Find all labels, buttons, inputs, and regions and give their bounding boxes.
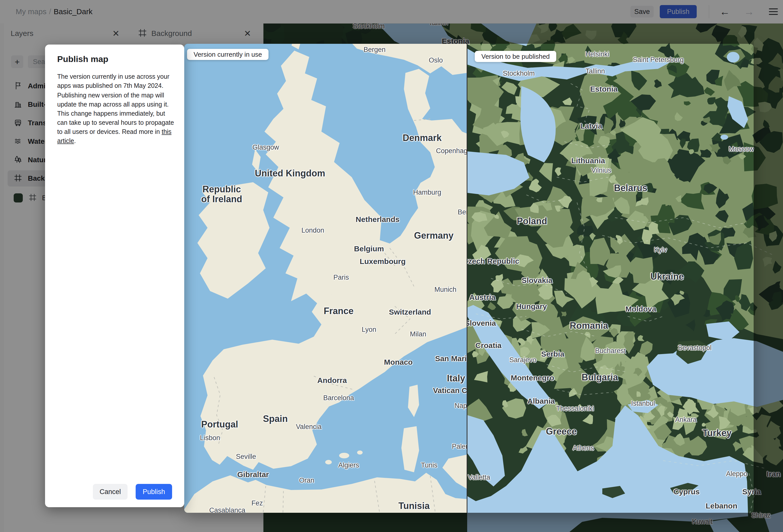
compare-swipe-divider[interactable] <box>467 44 467 513</box>
light-map-preview[interactable]: BergenOsloGlasgowDenmarkCopenhagenUnited… <box>184 44 467 513</box>
modal-title: Publish map <box>57 54 108 64</box>
publish-button-modal[interactable]: Publish <box>136 484 172 500</box>
current-version-badge: Version currently in use <box>187 49 269 60</box>
modal-paragraph-2-period: . <box>74 137 76 144</box>
publish-map-modal: Publish map The version currently in use… <box>45 44 184 507</box>
modal-paragraph-2-text: Publishing new version of the map will u… <box>57 92 174 135</box>
modal-paragraph-1: The version currently in use across your… <box>57 72 176 90</box>
version-compare-window: StockholmTallinnEstoniaHelsinkiSaint Pet… <box>184 44 754 513</box>
modal-paragraph-2: Publishing new version of the map will u… <box>57 91 176 145</box>
cancel-button[interactable]: Cancel <box>93 484 128 500</box>
app-root: StockholmTallinnEstoniaHelsinkiSaint Pet… <box>0 0 783 532</box>
new-version-badge: Version to be published <box>475 51 556 62</box>
